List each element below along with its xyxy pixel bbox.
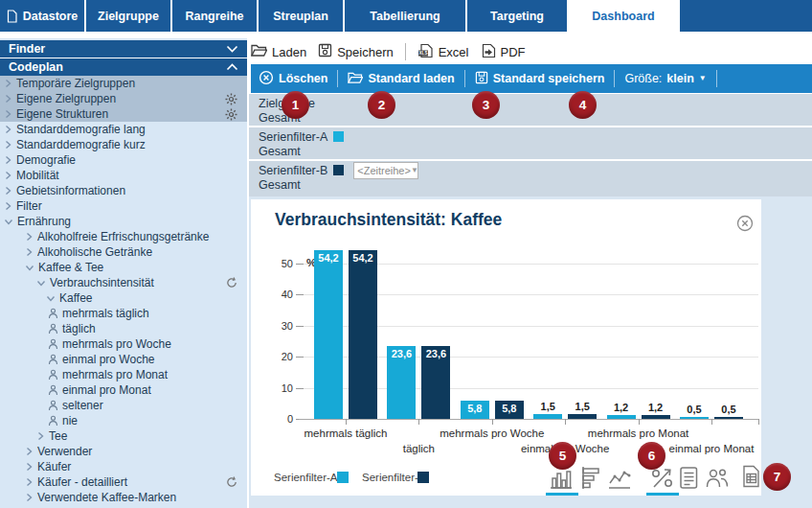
bar-value-label: 1,5	[533, 401, 562, 412]
chevron-right-icon[interactable]	[25, 247, 34, 257]
document-icon	[7, 10, 17, 23]
standard-laden-button[interactable]: Standard laden	[348, 71, 454, 87]
tree-item[interactable]: Filter	[0, 198, 247, 214]
tree-item-label: Ernährung	[17, 215, 71, 228]
size-label: Größe:	[624, 72, 662, 85]
chevron-right-icon[interactable]	[4, 186, 12, 196]
chevron-right-icon[interactable]	[36, 431, 45, 441]
tree-item[interactable]: Verbrauchsintensität	[0, 275, 247, 290]
gear-icon[interactable]	[225, 108, 237, 121]
y-tick-label: 40	[251, 289, 293, 300]
bar-value-label: 54,2	[349, 252, 377, 264]
serienfilter-a-row[interactable]: Serienfilter-A Gesamt	[249, 127, 812, 159]
chevron-right-icon[interactable]	[4, 201, 12, 211]
excel-button[interactable]: XLS Excel	[417, 43, 469, 61]
tab-rangreihe[interactable]: Rangreihe	[172, 0, 257, 32]
tree-item[interactable]: Käufer - detailliert	[0, 474, 247, 490]
chevron-right-icon[interactable]	[4, 79, 12, 88]
tree-item[interactable]: nie	[0, 413, 247, 428]
chevron-right-icon[interactable]	[4, 155, 12, 165]
tree-item[interactable]: Gebietsinformationen	[0, 183, 247, 198]
x-category-label: täglich	[356, 443, 481, 454]
user-icon	[48, 369, 58, 381]
tree-item[interactable]: mehrmals täglich	[0, 306, 247, 321]
tree-item[interactable]: Eigene Strukturen	[0, 106, 247, 122]
y-tick	[296, 294, 304, 295]
tree-item-label: täglich	[62, 322, 96, 335]
tree-item[interactable]: Temporäre Zielgruppen	[0, 76, 247, 91]
chevron-down-icon[interactable]	[25, 264, 34, 272]
y-tick	[296, 388, 304, 389]
chevron-right-icon[interactable]	[25, 462, 34, 472]
tree-item[interactable]: Alkoholfreie Erfrischungsgetränke	[0, 229, 247, 244]
sidebar-panel-codeplan[interactable]: Codeplan	[0, 58, 247, 76]
bar-chart-horizontal-icon[interactable]	[580, 465, 601, 491]
tab-label: Zielgruppe	[98, 10, 159, 23]
codeplan-tree: Temporäre ZielgruppenEigene ZielgruppenE…	[0, 76, 247, 505]
refresh-icon[interactable]	[226, 476, 237, 488]
tree-item[interactable]: Tee	[0, 428, 247, 444]
tree-item-label: Verbrauchsintensität	[50, 276, 154, 289]
chevron-right-icon[interactable]	[25, 493, 34, 502]
chevron-right-icon[interactable]	[4, 140, 12, 150]
tab-dashboard[interactable]: Dashboard	[569, 0, 678, 32]
sidebar-panel-finder[interactable]: Finder	[0, 40, 247, 58]
chevron-down-icon[interactable]	[36, 279, 46, 288]
gear-icon[interactable]	[225, 93, 237, 105]
tree-item[interactable]: mehrmals pro Monat	[0, 367, 247, 382]
standard-speichern-button[interactable]: Standard speichern	[475, 71, 605, 87]
tree-item-label: Alkoholfreie Erfrischungsgetränke	[37, 230, 209, 243]
size-dropdown[interactable]: Größe: klein ▼	[624, 72, 706, 85]
tree-item[interactable]: Eigene Zielgruppen	[0, 91, 247, 106]
tree-item[interactable]: Alkoholische Getränke	[0, 244, 247, 260]
tree-item[interactable]: Standarddemografie lang	[0, 122, 247, 137]
tab-tabellierung[interactable]: Tabellierung	[345, 0, 465, 32]
speichern-button[interactable]: Speichern	[318, 43, 394, 60]
tree-item[interactable]: Ernährung	[0, 214, 247, 229]
tree-item[interactable]: Käufer	[0, 459, 247, 474]
people-icon[interactable]	[705, 465, 730, 491]
y-tick	[296, 357, 304, 358]
tree-item[interactable]: einmal pro Woche	[0, 352, 247, 367]
chevron-down-icon[interactable]	[4, 218, 13, 226]
chevron-right-icon[interactable]	[4, 125, 12, 134]
tab-zielgruppe[interactable]: Zielgruppe	[86, 0, 170, 32]
tree-item[interactable]: täglich	[0, 321, 247, 336]
chevron-right-icon[interactable]	[25, 477, 34, 487]
tree-item-label: nie	[62, 414, 78, 427]
tree-item[interactable]: einmal pro Monat	[0, 382, 247, 398]
zeitreihe-value: <Zeitreihe>	[357, 165, 411, 176]
chevron-right-icon[interactable]	[25, 232, 34, 242]
chevron-right-icon[interactable]	[4, 109, 12, 119]
tree-item[interactable]: Verwendete Kaffee-Marken	[0, 490, 247, 505]
tab-targeting[interactable]: Targeting	[467, 0, 567, 32]
chevron-right-icon[interactable]	[4, 94, 12, 104]
chevron-down-icon[interactable]	[46, 294, 56, 303]
chevron-right-icon[interactable]	[25, 447, 34, 456]
tree-item[interactable]: Kaffee & Tee	[0, 260, 247, 275]
tree-item[interactable]: Standarddemografie kurz	[0, 137, 247, 152]
chevron-right-icon[interactable]	[4, 171, 12, 180]
y-tick	[296, 326, 304, 327]
tree-item[interactable]: Demografie	[0, 152, 247, 168]
list-icon[interactable]	[679, 465, 699, 491]
annotation-badge: 7	[763, 463, 791, 491]
refresh-icon[interactable]	[226, 277, 237, 289]
pdf-button[interactable]: PDF	[481, 43, 526, 61]
tree-item[interactable]: Kaffee	[0, 290, 247, 306]
line-chart-icon[interactable]	[607, 465, 632, 491]
serienfilter-b-row[interactable]: Serienfilter-B <Zeitreihe> ▼ Gesamt	[249, 161, 812, 196]
table-document-icon[interactable]	[742, 465, 760, 488]
tab-streuplan[interactable]: Streuplan	[259, 0, 343, 32]
tree-item[interactable]: mehrmals pro Woche	[0, 336, 247, 352]
tree-item[interactable]: seltener	[0, 398, 247, 413]
zeitreihe-dropdown[interactable]: <Zeitreihe> ▼	[353, 162, 418, 179]
tab-datastore[interactable]: Datastore	[0, 0, 84, 32]
tree-item[interactable]: Verwender	[0, 444, 247, 459]
bar-value-label: 5,8	[461, 403, 489, 414]
close-icon[interactable]	[736, 215, 754, 232]
zielgruppe-row[interactable]: Zielgruppe Gesamt	[249, 94, 812, 126]
loeschen-button[interactable]: Löschen	[259, 70, 327, 88]
tree-item[interactable]: Mobilität	[0, 168, 247, 183]
laden-button[interactable]: Laden	[251, 43, 306, 60]
